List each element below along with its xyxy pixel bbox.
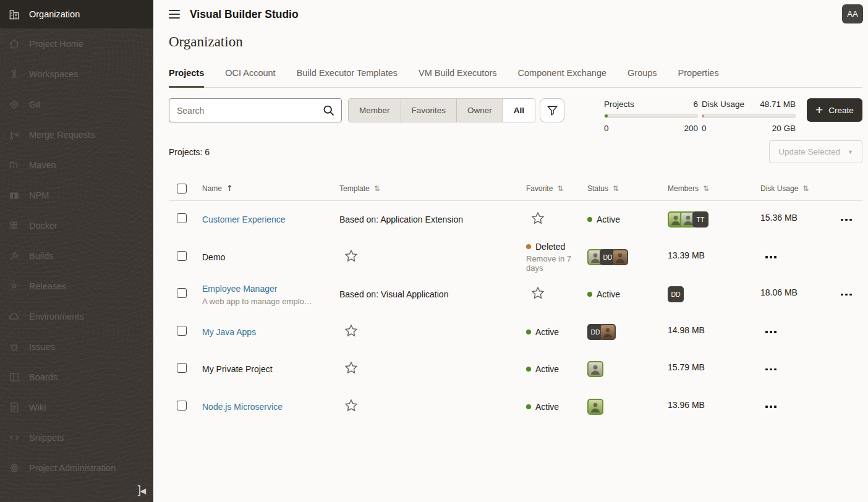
tab-build-executor-templates[interactable]: Build Executor Templates [297, 68, 398, 88]
row-actions-button[interactable] [760, 406, 836, 408]
row-checkbox[interactable] [177, 363, 187, 373]
builds-icon [7, 249, 21, 263]
row-actions-button[interactable] [760, 256, 836, 258]
disk-usage-value: 15.36 MB [760, 213, 836, 226]
sort-icon[interactable]: ⇅ [613, 184, 619, 193]
table-row: My Java Apps Active DD> 14.98 MB [169, 313, 862, 351]
tab-properties[interactable]: Properties [678, 68, 719, 88]
table-row: Employee Manager A web app to manage emp… [169, 276, 862, 313]
hamburger-menu-icon[interactable] [169, 10, 180, 19]
row-checkbox[interactable] [177, 401, 187, 411]
create-button[interactable]: + Create [807, 98, 862, 122]
filter-chip-owner[interactable]: Owner [457, 99, 503, 122]
sidebar-item-environments[interactable]: Environments [0, 301, 153, 331]
sidebar-item-docker[interactable]: Docker [0, 210, 153, 240]
toolbar: Member Favorites Owner All Projects 6 [169, 98, 862, 133]
column-header-name: Name [202, 184, 222, 193]
row-checkbox[interactable] [177, 288, 187, 298]
row-checkbox[interactable] [177, 213, 187, 223]
npm-icon [7, 189, 21, 202]
sort-icon[interactable]: ⇅ [703, 184, 709, 193]
row-actions-button[interactable] [836, 294, 862, 296]
select-all-checkbox[interactable] [177, 184, 187, 194]
status-label: Active [535, 402, 559, 412]
project-name-link[interactable]: Employee Manager [202, 284, 277, 294]
favorite-star-icon[interactable] [530, 211, 545, 226]
member-avatars: > [587, 361, 668, 377]
plus-icon: + [815, 103, 823, 116]
project-name-link[interactable]: Node.js Microservice [202, 402, 283, 412]
status-label: Active [535, 327, 559, 337]
sidebar-item-wiki[interactable]: Wiki [0, 392, 153, 422]
favorite-star-icon[interactable] [344, 323, 359, 338]
sidebar-item-maven[interactable]: Maven [0, 150, 153, 180]
filter-chip-all[interactable]: All [503, 99, 535, 122]
update-selected-button[interactable]: Update Selected ▼ [769, 140, 862, 163]
row-actions-button[interactable] [760, 368, 836, 371]
status-label: Active [597, 215, 620, 224]
member-photo-avatar: > [600, 324, 616, 340]
project-name-link[interactable]: My Java Apps [202, 327, 256, 337]
filter-button[interactable] [540, 98, 564, 122]
sort-icon[interactable]: ⇅ [557, 184, 563, 193]
sidebar-item-workspaces[interactable]: Workspaces [0, 59, 153, 89]
collapse-sidebar-icon[interactable]: ]◂ [137, 483, 145, 497]
search-icon[interactable] [322, 104, 335, 117]
gear-icon [7, 461, 21, 475]
sidebar-item-organization[interactable]: Organization [0, 0, 153, 28]
sidebar-item-project-home[interactable]: Project Home [0, 28, 153, 59]
tab-projects[interactable]: Projects [169, 68, 204, 88]
project-name-link: My Private Project [202, 364, 273, 374]
search-input[interactable] [177, 106, 322, 116]
git-icon [7, 98, 21, 111]
issues-icon [7, 340, 21, 354]
sort-icon[interactable]: ⇅ [802, 184, 809, 193]
projects-metric: Projects 6 0 200 [604, 100, 698, 133]
releases-icon [7, 279, 21, 293]
page-title: Organization [169, 34, 862, 50]
favorite-star-icon[interactable] [344, 398, 359, 413]
disk-min: 0 [702, 124, 707, 133]
row-actions-button[interactable] [760, 331, 836, 333]
status-note: Remove in 7 days [526, 254, 587, 273]
tab-groups[interactable]: Groups [628, 68, 657, 88]
member-initials-avatar: TT [692, 211, 708, 228]
project-name-link: Demo [202, 252, 225, 262]
status-label: Deleted [535, 242, 565, 252]
tab-component-exchange[interactable]: Component Exchange [518, 68, 607, 88]
sort-icon[interactable]: ⇅ [374, 184, 380, 193]
sidebar-item-builds[interactable]: Builds [0, 240, 153, 271]
sidebar-item-snippets[interactable]: Snippets [0, 422, 153, 453]
user-avatar[interactable]: AA [842, 4, 863, 23]
wiki-icon [7, 401, 21, 414]
main-content: Visual Builder Studio AA Organization Pr… [153, 0, 868, 502]
tab-vm-build-executors[interactable]: VM Build Executors [419, 68, 497, 88]
column-header-members: Members [668, 184, 699, 193]
sidebar-item-releases[interactable]: Releases [0, 271, 153, 301]
row-checkbox[interactable] [177, 326, 187, 336]
row-checkbox[interactable] [177, 251, 187, 261]
sidebar-item-npm[interactable]: NPM [0, 180, 153, 210]
sidebar-item-boards[interactable]: Boards [0, 362, 153, 392]
sidebar-items: Project Home Workspaces Git Merge Reques… [0, 28, 153, 483]
favorite-star-icon[interactable] [344, 249, 359, 263]
row-actions-button[interactable] [836, 219, 862, 221]
project-name-link[interactable]: Customer Experience [202, 215, 286, 224]
disk-usage-value: 13.96 MB [668, 400, 760, 414]
tab-oci-account[interactable]: OCI Account [225, 68, 275, 88]
favorite-star-icon[interactable] [530, 286, 545, 300]
sidebar-item-git[interactable]: Git [0, 89, 153, 119]
filter-chip-favorites[interactable]: Favorites [401, 99, 457, 122]
sort-ascending-icon[interactable]: ↑ [226, 184, 233, 193]
filter-chip-member[interactable]: Member [349, 99, 401, 122]
person-silhouette-icon: > [589, 363, 602, 375]
usage-metrics: Projects 6 0 200 Disk Usage 48.71 MB [604, 98, 796, 133]
sidebar-item-project-administration[interactable]: Project Administration [0, 453, 153, 483]
favorite-star-icon[interactable] [344, 360, 359, 375]
chevron-down-icon: ▼ [848, 149, 853, 155]
sidebar-item-merge-requests[interactable]: Merge Requests [0, 119, 153, 150]
sidebar-item-issues[interactable]: Issues [0, 331, 153, 362]
member-avatars: > [587, 399, 668, 415]
table-row: Customer Experience Based on: Applicatio… [169, 201, 862, 239]
sidebar-item-label: Workspaces [29, 69, 79, 79]
